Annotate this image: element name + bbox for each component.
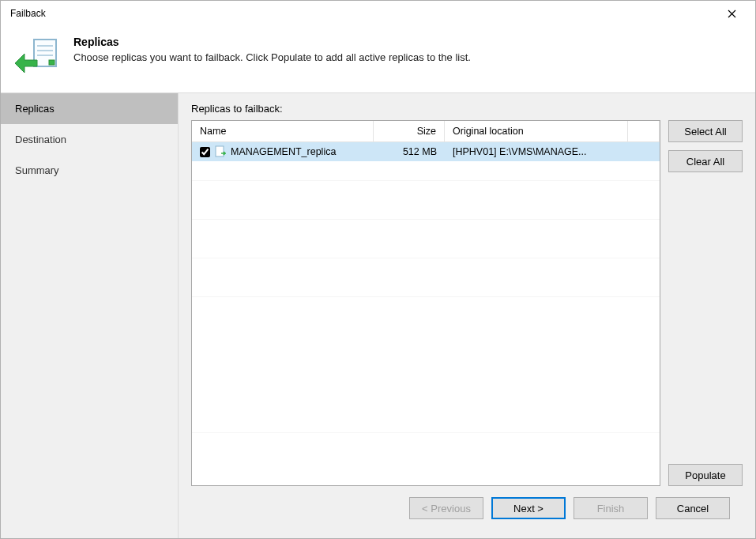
step-destination[interactable]: Destination <box>1 124 178 155</box>
side-buttons: Select All Clear All Populate <box>668 120 743 486</box>
populate-button[interactable]: Populate <box>668 464 743 486</box>
col-spacer <box>628 121 660 141</box>
row-checkbox[interactable] <box>200 147 210 157</box>
page-subheading: Choose replicas you want to failback. Cl… <box>73 51 471 63</box>
svg-rect-4 <box>49 60 55 65</box>
failback-wizard: Failback Replicas Choose replicas you wa… <box>0 0 756 539</box>
select-all-button[interactable]: Select All <box>668 120 743 142</box>
table-header: Name Size Original location <box>192 121 660 142</box>
col-name-header[interactable]: Name <box>192 121 374 141</box>
row-size: 512 MB <box>374 146 445 157</box>
titlebar: Failback <box>1 1 755 26</box>
row-location: [HPHV01] E:\VMS\MANAGE... <box>445 146 628 157</box>
main-panel: Replicas to failback: Name Size Original… <box>179 93 755 538</box>
wizard-icon <box>15 34 62 81</box>
replica-icon <box>215 145 226 158</box>
step-summary[interactable]: Summary <box>1 155 178 186</box>
cancel-button[interactable]: Cancel <box>656 497 730 519</box>
page-heading: Replicas <box>73 36 471 48</box>
window-title: Failback <box>10 8 46 19</box>
table-row[interactable]: MANAGEMENT_replica 512 MB [HPHV01] E:\VM… <box>192 142 660 161</box>
clear-all-button[interactable]: Clear All <box>668 150 743 172</box>
step-replicas[interactable]: Replicas <box>1 93 178 124</box>
svg-rect-5 <box>216 146 224 156</box>
next-button[interactable]: Next > <box>491 497 566 519</box>
wizard-footer: < Previous Next > Finish Cancel <box>191 486 743 530</box>
row-name: MANAGEMENT_replica <box>231 146 336 157</box>
replicas-label: Replicas to failback: <box>191 103 743 115</box>
header: Replicas Choose replicas you want to fai… <box>1 26 755 92</box>
finish-button[interactable]: Finish <box>574 497 648 519</box>
replicas-table: Name Size Original location <box>191 120 660 486</box>
close-icon <box>728 9 736 18</box>
col-location-header[interactable]: Original location <box>445 121 628 141</box>
close-button[interactable] <box>716 1 747 26</box>
table-body: MANAGEMENT_replica 512 MB [HPHV01] E:\VM… <box>192 142 660 485</box>
col-size-header[interactable]: Size <box>374 121 445 141</box>
wizard-steps-sidebar: Replicas Destination Summary <box>1 93 179 538</box>
previous-button[interactable]: < Previous <box>409 497 483 519</box>
